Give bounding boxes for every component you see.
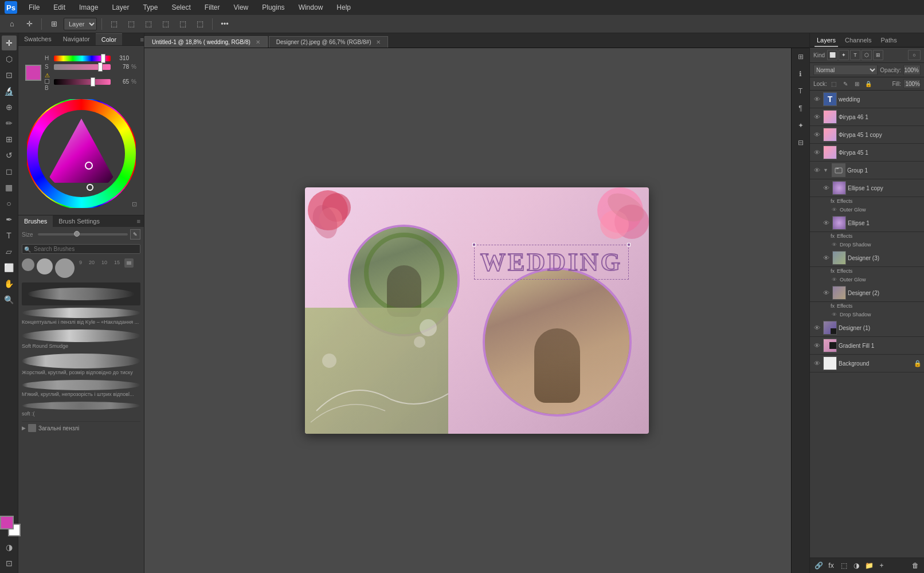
mode-btn[interactable]: ⊞ [46, 17, 61, 32]
path-tool[interactable]: ▱ [2, 244, 17, 259]
brush-size-15[interactable]: 15 [112, 258, 122, 278]
srgb-indicator[interactable] [45, 79, 49, 84]
circle-frame-large[interactable] [483, 268, 632, 417]
s-slider[interactable] [54, 64, 111, 70]
menu-layer[interactable]: Layer [109, 2, 131, 13]
shape-tool[interactable]: ⬜ [2, 260, 17, 275]
layer-item-background[interactable]: 👁 Background 🔒 [810, 355, 924, 372]
size-slider[interactable] [38, 233, 128, 236]
info-icon-btn[interactable]: ℹ [794, 68, 807, 80]
wedding-text-layer[interactable]: WEDDING [474, 245, 629, 280]
menu-plugins[interactable]: Plugins [260, 2, 287, 13]
move-tool-btn[interactable]: ✛ [22, 17, 37, 32]
align-bottom-btn[interactable]: ⬚ [193, 17, 207, 32]
layer-visibility-designer1[interactable]: 👁 [812, 323, 821, 332]
stamp-tool[interactable]: ⊞ [2, 132, 17, 147]
tab-swatches[interactable]: Swatches [18, 33, 57, 45]
brush-item-3[interactable]: Жорсткий, круглий, розмір відповідно до … [22, 354, 140, 375]
brush-preset-3[interactable] [55, 258, 75, 278]
align-left-btn[interactable]: ⬚ [107, 17, 122, 32]
layer-item-ellipse1copy[interactable]: 👁 Ellipse 1 copy [810, 179, 924, 197]
canvas-tab-2[interactable]: Designer (2).jpeg @ 66,7% (RGB/8#) ✕ [269, 36, 389, 48]
gradient-tool[interactable]: ▦ [2, 180, 17, 195]
lock-all-btn[interactable]: 🔒 [864, 79, 873, 88]
layer-visibility-figura45[interactable]: 👁 [812, 148, 821, 157]
color-preview[interactable] [25, 65, 41, 81]
menu-help[interactable]: Help [334, 2, 353, 13]
blend-mode-select[interactable]: Normal [813, 65, 878, 75]
layer-visibility-group1[interactable]: 👁 [812, 166, 821, 175]
color-panel-menu[interactable]: ≡ [140, 33, 144, 45]
brush-item-5[interactable]: soft :( [22, 402, 140, 417]
brush-size-10[interactable]: 10 [99, 258, 109, 278]
layer-select[interactable]: Layer [64, 18, 97, 30]
menu-filter[interactable]: Filter [202, 2, 222, 13]
filter-type-btn[interactable]: T [850, 50, 860, 60]
b-slider[interactable] [54, 79, 111, 85]
menu-image[interactable]: Image [77, 2, 100, 13]
expand-color-icon[interactable]: ⊡ [132, 201, 137, 208]
layer-visibility-designer3[interactable]: 👁 [821, 253, 831, 262]
brush-search-input[interactable] [22, 244, 140, 254]
add-mask-btn[interactable]: ⬚ [839, 560, 849, 571]
screen-mode-btn[interactable]: ⊡ [2, 556, 17, 571]
effect-eye-outerglow2[interactable]: 👁 [831, 276, 837, 283]
group1-expand-icon[interactable]: ▼ [823, 167, 830, 173]
tab-paths[interactable]: Paths [879, 36, 899, 47]
eraser-tool[interactable]: ◻ [2, 164, 17, 179]
align-center-btn[interactable]: ⬚ [124, 17, 139, 32]
layer-item-group1[interactable]: 👁 ▼ Group 1 [810, 162, 924, 179]
tab-brush-settings[interactable]: Brush Settings [53, 215, 105, 227]
color-wheel[interactable] [27, 99, 136, 208]
layer-visibility-designer2[interactable]: 👁 [821, 288, 831, 297]
layer-item-ellipse1[interactable]: 👁 Ellipse 1 [810, 214, 924, 232]
more-options-btn[interactable]: ••• [217, 17, 232, 32]
layer-visibility-ellipse1copy[interactable]: 👁 [821, 183, 831, 193]
lock-pixel-btn[interactable]: ⬚ [829, 79, 839, 88]
delete-layer-btn[interactable]: 🗑 [910, 560, 921, 571]
brush-size-9[interactable]: 9 [77, 258, 84, 278]
handle-tl[interactable] [472, 243, 476, 246]
tab-brushes[interactable]: Brushes [18, 215, 53, 227]
canvas-viewport[interactable]: WEDDING [144, 48, 809, 573]
home-btn[interactable]: ⌂ [5, 17, 19, 32]
brush-panel-menu[interactable]: ≡ [134, 215, 144, 227]
lock-pos-btn[interactable]: ✎ [841, 79, 850, 88]
tab2-close[interactable]: ✕ [376, 39, 381, 45]
layers-icon-btn[interactable]: ⊞ [794, 50, 807, 63]
eyedropper-tool[interactable]: 🔬 [2, 84, 17, 99]
brush-item-2[interactable]: Soft Round Smudge [22, 329, 140, 349]
dodge-tool[interactable]: ○ [2, 196, 17, 211]
spot-heal-tool[interactable]: ⊕ [2, 100, 17, 115]
move-tool[interactable]: ✛ [2, 36, 17, 50]
color-triangle-container[interactable] [42, 114, 121, 193]
layer-item-designer2[interactable]: 👁 Designer (2) [810, 284, 924, 302]
menu-window[interactable]: Window [296, 2, 326, 13]
zoom-tool[interactable]: 🔍 [2, 292, 17, 307]
layer-item-wedding[interactable]: 👁 T wedding [810, 91, 924, 108]
add-style-btn[interactable]: fx [826, 560, 836, 571]
tab-navigator[interactable]: Navigator [57, 33, 96, 45]
canvas-tab-1[interactable]: Untitled-1 @ 18,8% ( wedding, RGB/8) ✕ [144, 36, 268, 48]
menu-type[interactable]: Type [140, 2, 160, 13]
brush-group-1[interactable]: ▶ Загальні пензлі [22, 421, 140, 434]
align-right-btn[interactable]: ⬚ [141, 17, 156, 32]
layer-item-designer3[interactable]: 👁 Designer (3) [810, 249, 924, 267]
filter-pixel-btn[interactable]: ⬜ [827, 50, 837, 60]
color-wheel-container[interactable]: ⊡ [22, 96, 140, 211]
layer-item-figura45[interactable]: 👁 Фігура 45 1 [810, 144, 924, 162]
tab-color[interactable]: Color [96, 33, 122, 45]
brush-size-20[interactable]: 20 [87, 258, 97, 278]
tab-channels[interactable]: Channels [843, 36, 874, 47]
filter-smartobj-btn[interactable]: ⊞ [873, 50, 883, 60]
lasso-tool[interactable]: ⬡ [2, 52, 17, 66]
menu-select[interactable]: Select [169, 2, 193, 13]
new-group-btn[interactable]: 📁 [864, 560, 874, 571]
history-tool[interactable]: ↺ [2, 148, 17, 163]
tab-layers[interactable]: Layers [815, 36, 838, 47]
wedding-design-canvas[interactable]: WEDDING [305, 187, 649, 434]
layer-visibility-figura45copy[interactable]: 👁 [812, 130, 821, 139]
tab1-close[interactable]: ✕ [256, 39, 260, 45]
effect-eye-dropshadow1[interactable]: 👁 [831, 241, 837, 248]
layer-visibility-figura46[interactable]: 👁 [812, 112, 821, 121]
